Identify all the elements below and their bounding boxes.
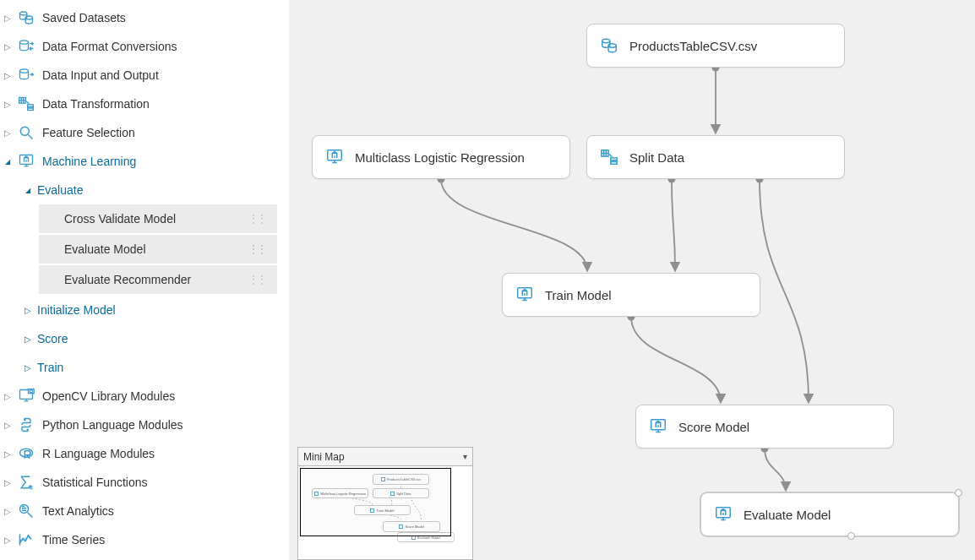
tree-item-label: OpenCV Library Modules: [42, 389, 175, 403]
db-io-icon: [17, 66, 35, 84]
edge-algo-train[interactable]: [441, 179, 587, 270]
chevron-down-icon[interactable]: ▾: [463, 452, 467, 461]
canvas-node-label: Multiclass Logistic Regression: [355, 150, 525, 165]
db-icon: [599, 35, 619, 56]
text-icon: [17, 502, 35, 520]
ml-icon: [17, 152, 35, 171]
tree-category[interactable]: ▷OpenCV Library Modules: [0, 382, 289, 410]
tree-category[interactable]: ▷Train: [0, 353, 289, 382]
ml-icon: [713, 504, 733, 525]
chevron-right-icon[interactable]: ▷: [2, 534, 14, 546]
tree-item-label: Data Format Conversions: [42, 40, 177, 53]
tree-category[interactable]: ▷Feature Selection: [0, 118, 289, 147]
canvas-node-evaluate[interactable]: Evaluate Model: [700, 492, 959, 536]
timeseries-icon: [17, 530, 35, 549]
edge-split-train[interactable]: [672, 179, 675, 270]
module-leaf[interactable]: Evaluate Recommender⋮⋮: [39, 265, 277, 296]
tree-category[interactable]: ◢Evaluate: [0, 176, 289, 204]
chevron-right-icon[interactable]: ▷: [2, 98, 14, 110]
tree-item-label: Time Series: [42, 533, 105, 546]
chevron-right-icon[interactable]: ▷: [2, 505, 14, 517]
ml-icon: [324, 147, 345, 167]
mini-map-header[interactable]: Mini Map ▾: [298, 448, 472, 466]
tree-category[interactable]: ▷Statistical Functions: [0, 468, 289, 497]
tree-item-label: Data Input and Output: [42, 68, 159, 82]
tree-item-label: Machine Learning: [42, 155, 136, 168]
tree-category[interactable]: ▷R Language Modules: [0, 439, 289, 468]
tree-category[interactable]: ▷Score: [0, 324, 289, 353]
chevron-right-icon[interactable]: ▷: [2, 390, 14, 402]
tree-item-label: Evaluate Recommender: [64, 273, 191, 286]
canvas-node-label: ProductsTableCSV.csv: [629, 39, 757, 53]
canvas-node-split[interactable]: Split Data: [586, 135, 845, 179]
module-leaf[interactable]: Cross Validate Model⋮⋮: [39, 204, 277, 235]
tree-item-label: Evaluate: [37, 183, 83, 197]
db-icon: [17, 8, 35, 27]
tree-item-label: Python Language Modules: [42, 418, 183, 432]
magnify-icon: [17, 123, 35, 142]
tree-item-label: Evaluate Model: [64, 242, 146, 256]
r-icon: [17, 444, 35, 463]
python-icon: [17, 416, 35, 434]
tree-category[interactable]: ◢Machine Learning: [0, 147, 289, 176]
tree-item-label: Data Transformation: [42, 97, 150, 111]
chevron-right-icon[interactable]: ▷: [2, 69, 14, 81]
canvas-node-label: Evaluate Model: [744, 508, 831, 522]
chevron-down-icon[interactable]: ◢: [22, 184, 34, 196]
sigma-icon: [17, 473, 35, 492]
chevron-right-icon[interactable]: ▷: [2, 12, 14, 24]
chevron-right-icon[interactable]: ▷: [2, 448, 14, 459]
canvas-node-label: Score Model: [678, 420, 749, 434]
chevron-right-icon[interactable]: ▷: [2, 127, 14, 139]
tree-category[interactable]: ▷Saved Datasets: [0, 3, 289, 32]
chevron-down-icon[interactable]: ◢: [2, 155, 14, 167]
tree-category[interactable]: ▷Data Format Conversions: [0, 32, 289, 61]
module-tree-sidebar[interactable]: ▷Saved Datasets▷Data Format Conversions▷…: [0, 0, 289, 560]
tree-item-label: R Language Modules: [42, 447, 155, 460]
canvas-node-train[interactable]: Train Model: [502, 273, 760, 317]
tree-item-label: Statistical Functions: [42, 476, 148, 489]
tree-category[interactable]: ▷Data Input and Output: [0, 61, 289, 90]
chevron-right-icon[interactable]: ▷: [22, 304, 34, 316]
canvas-node-score[interactable]: Score Model: [635, 405, 894, 449]
tree-item-label: Cross Validate Model: [64, 212, 176, 226]
drag-grip-icon[interactable]: ⋮⋮: [248, 274, 270, 285]
mini-map-body[interactable]: ProductsTableCSV.csvMulticlass Logistic …: [298, 466, 472, 559]
tree-item-label: Text Analytics: [42, 504, 114, 518]
mini-map-panel[interactable]: Mini Map ▾ ProductsTableCSV.csvMulticlas…: [297, 447, 473, 560]
canvas-node-label: Split Data: [629, 150, 684, 165]
tree-category[interactable]: ▷Python Language Modules: [0, 410, 289, 439]
tree-item-label: Saved Datasets: [42, 11, 126, 24]
tree-category[interactable]: ▷Time Series: [0, 525, 289, 554]
opencv-icon: [17, 387, 35, 405]
chevron-right-icon[interactable]: ▷: [22, 362, 34, 373]
module-leaf[interactable]: Evaluate Model⋮⋮: [39, 235, 277, 265]
ml-icon: [648, 416, 668, 437]
mini-map-viewport[interactable]: [300, 468, 451, 536]
tree-item-label: Score: [37, 332, 68, 345]
drag-grip-icon[interactable]: ⋮⋮: [248, 243, 270, 255]
chevron-right-icon[interactable]: ▷: [2, 476, 14, 488]
chevron-right-icon[interactable]: ▷: [2, 41, 14, 52]
tree-category[interactable]: ▷Text Analytics: [0, 497, 289, 525]
transform-icon: [17, 95, 35, 113]
canvas-node-label: Train Model: [545, 288, 612, 302]
tree-item-label: Initialize Model: [37, 303, 116, 317]
edge-score-evaluate[interactable]: [765, 449, 786, 490]
tree-category[interactable]: ▷Data Transformation: [0, 90, 289, 118]
chevron-right-icon[interactable]: ▷: [22, 333, 34, 345]
experiment-canvas[interactable]: ProductsTableCSV.csvMulticlass Logistic …: [289, 0, 975, 560]
ml-icon: [515, 285, 535, 305]
edge-split-score[interactable]: [760, 179, 809, 402]
edge-train-score[interactable]: [631, 317, 721, 402]
canvas-node-algo[interactable]: Multiclass Logistic Regression: [312, 135, 570, 179]
tree-category[interactable]: ▷Initialize Model: [0, 296, 289, 324]
transform-icon: [599, 147, 619, 167]
db-arrows-icon: [17, 37, 35, 56]
canvas-node-dataset[interactable]: ProductsTableCSV.csv: [586, 24, 845, 68]
selection-handle[interactable]: [955, 489, 962, 497]
tree-item-label: Train: [37, 361, 63, 374]
chevron-right-icon[interactable]: ▷: [2, 419, 14, 431]
mini-map-title: Mini Map: [303, 451, 345, 463]
drag-grip-icon[interactable]: ⋮⋮: [248, 213, 270, 225]
